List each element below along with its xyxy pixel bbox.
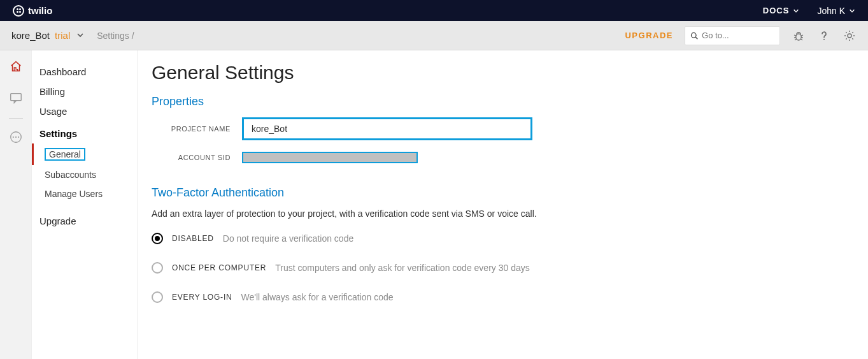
radio-button[interactable] (152, 233, 163, 244)
properties-heading: Properties (152, 95, 868, 108)
account-sid-row: ACCOUNT SID (152, 152, 868, 163)
svg-point-10 (848, 34, 851, 38)
brand-logo[interactable]: twilio (13, 5, 52, 17)
project-name-input[interactable] (242, 117, 532, 140)
svg-rect-11 (10, 94, 21, 101)
project-name-label: PROJECT NAME (152, 125, 242, 133)
rail-messaging[interactable] (9, 91, 23, 106)
svg-line-4 (801, 35, 803, 36)
radio-help: Trust computers and only ask for verific… (275, 263, 529, 273)
svg-line-1 (695, 37, 697, 39)
user-menu[interactable]: John K (817, 6, 855, 16)
svg-line-8 (800, 39, 802, 40)
sidebar-item-subaccounts[interactable]: Subaccounts (32, 165, 137, 184)
sidebar-item-general[interactable]: General (32, 143, 137, 165)
svg-point-0 (692, 33, 697, 38)
chat-icon (9, 91, 23, 105)
user-name: John K (817, 6, 845, 16)
debug-button[interactable] (792, 29, 806, 43)
page-title: General Settings (152, 62, 868, 84)
radio-help: Do not require a verification code (223, 233, 353, 244)
chevron-down-icon (849, 8, 855, 14)
settings-button[interactable] (843, 29, 857, 43)
sidebar-item-label: General (45, 148, 85, 161)
svg-point-14 (15, 136, 16, 138)
search-icon (690, 31, 698, 40)
sidebar-item-dashboard[interactable]: Dashboard (32, 62, 137, 82)
radio-label: DISABLED (172, 234, 214, 243)
twilio-mark-icon (13, 5, 24, 17)
svg-line-7 (795, 39, 797, 40)
radio-button[interactable] (152, 262, 163, 274)
chevron-down-icon (76, 31, 84, 39)
icon-rail (0, 50, 32, 359)
bug-icon (792, 29, 805, 42)
top-bar: twilio DOCS John K (0, 0, 868, 21)
main-content: General Settings Properties PROJECT NAME… (138, 50, 868, 359)
gear-icon (843, 29, 856, 42)
home-icon (9, 59, 23, 73)
radio-label: EVERY LOG-IN (172, 293, 232, 302)
rail-more[interactable] (9, 130, 23, 146)
svg-point-15 (18, 136, 19, 138)
twofa-option-once[interactable]: ONCE PER COMPUTER Trust computers and on… (152, 262, 868, 274)
brand-name: twilio (28, 5, 52, 16)
radio-button[interactable] (152, 291, 163, 303)
sidebar-item-manage-users[interactable]: Manage Users (32, 184, 137, 203)
account-sid-value (242, 152, 418, 163)
twofa-option-disabled[interactable]: DISABLED Do not require a verification c… (152, 233, 868, 244)
rail-home[interactable] (9, 59, 23, 75)
sidebar-item-usage[interactable]: Usage (32, 101, 137, 121)
docs-label: DOCS (763, 6, 790, 15)
trial-badge: trial (55, 30, 70, 41)
breadcrumb: Settings / (97, 31, 134, 41)
search-input[interactable] (702, 31, 774, 40)
svg-point-13 (12, 136, 13, 138)
docs-link[interactable]: DOCS (763, 6, 800, 15)
sidebar-section-settings[interactable]: Settings (32, 124, 137, 143)
radio-help: We'll always ask for a verification code (241, 292, 394, 302)
upgrade-link[interactable]: UPGRADE (625, 31, 673, 40)
project-name: kore_Bot (11, 30, 50, 41)
search-box[interactable] (685, 26, 780, 45)
rail-divider (9, 118, 23, 119)
svg-point-9 (823, 39, 825, 40)
sidebar-item-billing[interactable]: Billing (32, 82, 137, 101)
account-sid-label: ACCOUNT SID (152, 154, 242, 161)
twofa-heading: Two-Factor Authentication (152, 186, 868, 200)
twofa-description: Add an extra layer of protection to your… (152, 209, 868, 219)
project-switcher[interactable] (76, 31, 84, 41)
chevron-down-icon (793, 8, 799, 14)
sub-bar: kore_Bot trial Settings / UPGRADE (0, 21, 868, 50)
more-icon (9, 130, 23, 144)
help-button[interactable] (817, 29, 831, 43)
question-icon (818, 29, 830, 42)
project-name-row: PROJECT NAME (152, 117, 868, 140)
sidebar-item-upgrade[interactable]: Upgrade (32, 211, 137, 231)
twofa-option-every[interactable]: EVERY LOG-IN We'll always ask for a veri… (152, 291, 868, 303)
radio-label: ONCE PER COMPUTER (172, 263, 266, 272)
svg-line-3 (794, 35, 796, 36)
sidebar: Dashboard Billing Usage Settings General… (32, 50, 138, 359)
